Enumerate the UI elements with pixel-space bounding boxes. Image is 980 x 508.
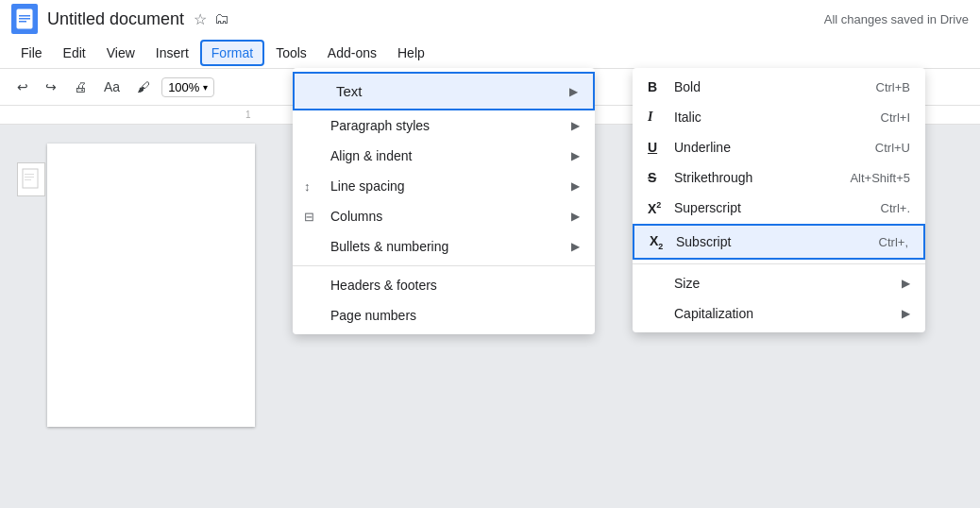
- italic-shortcut: Ctrl+I: [881, 110, 910, 125]
- text-submenu-superscript[interactable]: X2 Superscript Ctrl+.: [633, 193, 925, 224]
- bold-icon: B: [648, 79, 674, 94]
- zoom-dropdown-icon: ▾: [203, 82, 208, 93]
- bullets-arrow-icon: ▶: [571, 240, 580, 253]
- line-spacing-arrow-icon: ▶: [571, 179, 580, 193]
- text-submenu-bold[interactable]: B Bold Ctrl+B: [633, 72, 925, 102]
- print-button[interactable]: 🖨: [68, 76, 93, 98]
- text-submenu-capitalization[interactable]: Capitalization ▶: [633, 298, 925, 329]
- align-arrow-icon: ▶: [571, 149, 580, 162]
- svg-rect-4: [23, 169, 38, 188]
- align-label: Align & indent: [330, 148, 571, 163]
- text-menu-label: Text: [336, 83, 569, 99]
- menu-view[interactable]: View: [97, 42, 144, 64]
- menu-file[interactable]: File: [11, 42, 52, 64]
- page-thumbnail-icon: [17, 162, 45, 196]
- drive-icon[interactable]: 🗂: [214, 10, 229, 28]
- docs-icon: [11, 4, 38, 34]
- subscript-shortcut: Ctrl+,: [879, 235, 908, 249]
- text-submenu: B Bold Ctrl+B I Italic Ctrl+I U Underlin…: [633, 68, 925, 332]
- svg-rect-1: [19, 15, 30, 17]
- columns-label: Columns: [330, 209, 571, 224]
- menu-insert[interactable]: Insert: [146, 42, 198, 64]
- svg-rect-3: [19, 21, 26, 23]
- text-menu-separator: [633, 263, 925, 264]
- star-icon[interactable]: ☆: [194, 10, 207, 28]
- headers-label: Headers & footers: [330, 278, 580, 293]
- svg-rect-6: [25, 177, 34, 178]
- save-status: All changes saved in Drive: [824, 12, 969, 26]
- menu-tools[interactable]: Tools: [266, 42, 316, 64]
- paragraph-arrow-icon: ▶: [571, 119, 580, 132]
- redo-button[interactable]: ↪: [40, 76, 62, 98]
- page-numbers-label: Page numbers: [330, 308, 580, 323]
- subscript-label: Subscript: [676, 234, 860, 249]
- line-spacing-icon: ↕: [304, 179, 330, 194]
- svg-rect-5: [25, 174, 34, 175]
- text-arrow-icon: ▶: [569, 85, 578, 98]
- capitalization-arrow-icon: ▶: [902, 307, 910, 320]
- superscript-label: Superscript: [674, 200, 862, 215]
- underline-shortcut: Ctrl+U: [875, 141, 910, 155]
- capitalization-label: Capitalization: [674, 306, 883, 321]
- strikethrough-shortcut: Alt+Shift+5: [850, 171, 910, 185]
- svg-rect-7: [25, 179, 31, 180]
- size-label: Size: [674, 276, 883, 291]
- text-submenu-subscript[interactable]: X2 Subscript Ctrl+,: [633, 224, 925, 261]
- size-arrow-icon: ▶: [902, 277, 910, 290]
- menu-bar: File Edit View Insert Format Tools Add-o…: [0, 38, 980, 68]
- title-bar: Untitled document ☆ 🗂 All changes saved …: [0, 0, 980, 38]
- strikethrough-icon: S: [648, 170, 674, 185]
- text-submenu-italic[interactable]: I Italic Ctrl+I: [633, 102, 925, 132]
- format-menu-bullets[interactable]: Bullets & numbering ▶: [293, 231, 595, 262]
- text-submenu-strikethrough[interactable]: S Strikethrough Alt+Shift+5: [633, 162, 925, 193]
- undo-button[interactable]: ↩: [11, 76, 34, 98]
- format-menu-columns[interactable]: ⊟ Columns ▶: [293, 201, 595, 231]
- format-menu-align-indent[interactable]: Align & indent ▶: [293, 141, 595, 171]
- italic-label: Italic: [674, 110, 862, 125]
- document-title: Untitled document: [47, 9, 184, 29]
- paragraph-styles-label: Paragraph styles: [330, 118, 571, 133]
- superscript-shortcut: Ctrl+.: [881, 201, 910, 215]
- zoom-selector[interactable]: 100% ▾: [161, 77, 214, 97]
- menu-help[interactable]: Help: [388, 42, 434, 64]
- spell-check-button[interactable]: Aa: [98, 76, 126, 98]
- format-menu-headers-footers[interactable]: Headers & footers: [293, 270, 595, 300]
- format-menu-page-numbers[interactable]: Page numbers: [293, 300, 595, 330]
- svg-rect-2: [19, 18, 30, 20]
- format-menu-text[interactable]: Text ▶: [293, 72, 595, 110]
- subscript-icon: X2: [650, 233, 676, 251]
- format-dropdown-menu: Text ▶ Paragraph styles ▶ Align & indent…: [293, 68, 595, 334]
- text-submenu-underline[interactable]: U Underline Ctrl+U: [633, 132, 925, 162]
- menu-separator-1: [293, 265, 595, 266]
- columns-arrow-icon: ▶: [571, 210, 580, 223]
- page-preview: [47, 144, 255, 427]
- strikethrough-label: Strikethrough: [674, 170, 831, 185]
- bullets-label: Bullets & numbering: [330, 239, 571, 254]
- italic-icon: I: [648, 110, 674, 125]
- menu-addons[interactable]: Add-ons: [318, 42, 386, 64]
- underline-icon: U: [648, 140, 674, 155]
- text-submenu-size[interactable]: Size ▶: [633, 268, 925, 298]
- title-action-icons[interactable]: ☆ 🗂: [194, 10, 229, 28]
- paint-format-button[interactable]: 🖌: [131, 76, 156, 98]
- zoom-value: 100%: [168, 80, 199, 94]
- menu-edit[interactable]: Edit: [54, 42, 95, 64]
- columns-icon: ⊟: [304, 210, 330, 224]
- line-spacing-label: Line spacing: [330, 178, 571, 194]
- format-menu-paragraph-styles[interactable]: Paragraph styles ▶: [293, 110, 595, 141]
- menu-format[interactable]: Format: [200, 40, 264, 66]
- bold-shortcut: Ctrl+B: [876, 80, 910, 94]
- superscript-icon: X2: [648, 200, 674, 216]
- bold-label: Bold: [674, 79, 857, 94]
- format-menu-line-spacing[interactable]: ↕ Line spacing ▶: [293, 171, 595, 201]
- underline-label: Underline: [674, 140, 856, 155]
